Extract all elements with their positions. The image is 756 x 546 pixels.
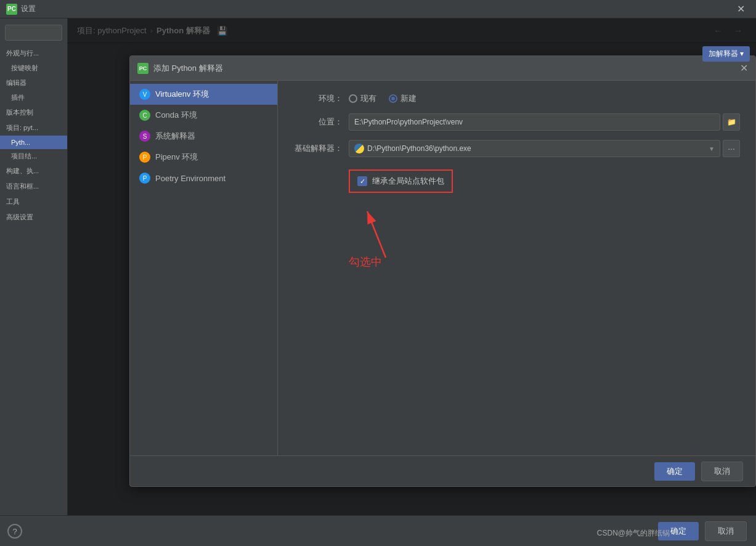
sidebar-item-build[interactable]: 构建、执... — [0, 163, 67, 179]
sidebar-item-project-structure[interactable]: 项目结... — [0, 149, 67, 163]
sidebar-item-project-label: 项目: pyt... — [6, 123, 38, 132]
sidebar-item-python-interpreter-label: Pyth... — [11, 139, 30, 146]
sidebar-item-tools[interactable]: 工具 — [0, 194, 67, 210]
base-interpreter-label: 基础解释器： — [293, 143, 343, 154]
inherit-packages-label: 继承全局站点软件包 — [372, 176, 444, 187]
interpreter-type-virtualenv[interactable]: V Virtualenv 环境 — [130, 84, 277, 105]
dialog-body: V Virtualenv 环境 C Conda 环境 S 系统解释器 P — [130, 81, 755, 455]
sidebar-item-project[interactable]: 项目: pyt... — [0, 120, 67, 136]
sidebar-item-advanced[interactable]: 高级设置 — [0, 210, 67, 225]
radio-existing[interactable]: 现有 — [349, 93, 376, 104]
dialog-header: PC 添加 Python 解释器 ✕ — [130, 56, 755, 81]
sidebar: 外观与行... 按键映射 编辑器 插件 版本控制 项目: pyt... Pyth… — [0, 18, 68, 515]
add-interpreter-btn-area: 加解释器 ▾ — [702, 46, 750, 62]
sidebar-item-editor-label: 编辑器 — [6, 78, 26, 88]
sidebar-item-build-label: 构建、执... — [6, 166, 39, 176]
radio-group: 现有 新建 — [349, 93, 417, 104]
sidebar-item-appearance[interactable]: 外观与行... — [0, 46, 67, 61]
title-bar-text: 设置 — [21, 4, 36, 14]
sidebar-item-appearance-label: 外观与行... — [6, 49, 39, 58]
location-label: 位置： — [293, 116, 343, 128]
cancel-button[interactable]: 取消 — [705, 521, 747, 541]
dialog-close-button[interactable]: ✕ — [740, 62, 748, 74]
virtualenv-label: Virtualenv 环境 — [155, 89, 209, 100]
radio-new-label: 新建 — [400, 93, 417, 104]
dialog-title: 添加 Python 解释器 — [153, 63, 223, 74]
title-bar: PC 设置 ✕ — [0, 0, 756, 18]
sidebar-item-tools-label: 工具 — [6, 197, 20, 206]
pipenv-label: Pipenv 环境 — [155, 152, 198, 163]
svg-line-1 — [367, 211, 386, 258]
python-logo-icon — [354, 144, 364, 153]
check-icon: ✓ — [360, 177, 365, 185]
base-interpreter-select[interactable]: D:\Python\Python36\python.exe ▼ — [349, 140, 720, 157]
radio-existing-circle — [349, 94, 357, 103]
base-interpreter-value: D:\Python\Python36\python.exe — [367, 144, 471, 153]
annotation-area: 勾选中 — [349, 199, 740, 273]
dialog-sidebar: V Virtualenv 环境 C Conda 环境 S 系统解释器 P — [130, 81, 278, 455]
annotation-text: 勾选中 — [349, 255, 382, 269]
system-label: 系统解释器 — [155, 131, 195, 142]
add-interpreter-button[interactable]: 加解释器 ▾ — [702, 46, 750, 62]
dialog-footer: 确定 取消 — [130, 455, 755, 486]
red-arrow-svg — [349, 199, 423, 261]
app-icon: PC — [6, 4, 17, 15]
conda-label: Conda 环境 — [155, 110, 197, 121]
system-icon: S — [139, 131, 150, 142]
inherit-packages-checkbox-container: ✓ 继承全局站点软件包 — [349, 169, 453, 193]
location-input[interactable] — [349, 113, 720, 131]
sidebar-item-keymap-label: 按键映射 — [11, 64, 38, 71]
virtualenv-icon: V — [139, 89, 150, 100]
base-interpreter-row: 基础解释器： D:\Python\Python36\python.exe ▼ ·… — [293, 140, 740, 157]
watermark: CSDN@帅气的胖纸锅 — [597, 528, 670, 539]
interpreter-type-pipenv[interactable]: P Pipenv 环境 — [130, 147, 277, 168]
poetry-label: Poetry Environment — [155, 174, 226, 183]
add-interpreter-dialog: PC 添加 Python 解释器 ✕ V Virtualenv 环境 C — [129, 55, 756, 487]
dialog-overlay: PC 添加 Python 解释器 ✕ V Virtualenv 环境 C — [68, 18, 756, 515]
content-area: 项目: pythonProject › Python 解释器 💾 ← → 加解释… — [68, 18, 756, 515]
help-button[interactable]: ? — [7, 524, 22, 539]
folder-icon: 📁 — [727, 118, 736, 126]
location-row: 位置： 📁 — [293, 113, 740, 131]
interpreter-type-conda[interactable]: C Conda 环境 — [130, 105, 277, 126]
interpreter-type-poetry[interactable]: P Poetry Environment — [130, 168, 277, 189]
sidebar-item-plugins[interactable]: 插件 — [0, 91, 67, 105]
sidebar-item-vcs[interactable]: 版本控制 — [0, 105, 67, 120]
sidebar-item-python-interpreter[interactable]: Pyth... — [0, 136, 67, 149]
pipenv-icon: P — [139, 152, 150, 163]
sidebar-item-project-structure-label: 项目结... — [11, 152, 37, 160]
search-box[interactable] — [5, 25, 62, 41]
radio-new-circle — [389, 94, 397, 103]
dialog-cancel-button[interactable]: 取消 — [701, 462, 743, 481]
conda-icon: C — [139, 110, 150, 121]
environment-label: 环境： — [293, 93, 343, 104]
title-bar-close-button[interactable]: ✕ — [732, 3, 750, 15]
checkbox-section: ✓ 继承全局站点软件包 — [349, 166, 740, 193]
dialog-header-icon: PC — [137, 63, 148, 74]
radio-existing-label: 现有 — [360, 93, 376, 104]
radio-new[interactable]: 新建 — [389, 93, 417, 104]
interpreter-type-system[interactable]: S 系统解释器 — [130, 126, 277, 147]
environment-row: 环境： 现有 新建 — [293, 93, 740, 104]
dialog-confirm-button[interactable]: 确定 — [654, 462, 695, 481]
location-browse-button[interactable]: 📁 — [723, 113, 740, 131]
select-input-text: D:\Python\Python36\python.exe — [354, 144, 471, 153]
sidebar-item-advanced-label: 高级设置 — [6, 213, 33, 222]
sidebar-item-plugins-label: 插件 — [11, 94, 25, 101]
base-interpreter-more-button[interactable]: ··· — [723, 140, 740, 157]
sidebar-item-keymap[interactable]: 按键映射 — [0, 61, 67, 75]
sidebar-item-vcs-label: 版本控制 — [6, 108, 33, 117]
inherit-packages-checkbox[interactable]: ✓ — [357, 176, 367, 186]
dialog-content: 环境： 现有 新建 — [278, 81, 755, 455]
sidebar-item-language-label: 语言和框... — [6, 182, 39, 191]
sidebar-item-language[interactable]: 语言和框... — [0, 179, 67, 194]
main-layout: 外观与行... 按键映射 编辑器 插件 版本控制 项目: pyt... Pyth… — [0, 18, 756, 515]
poetry-icon: P — [139, 173, 150, 184]
search-input[interactable] — [9, 28, 58, 37]
sidebar-item-editor[interactable]: 编辑器 — [0, 75, 67, 91]
select-arrow-icon: ▼ — [709, 145, 715, 152]
